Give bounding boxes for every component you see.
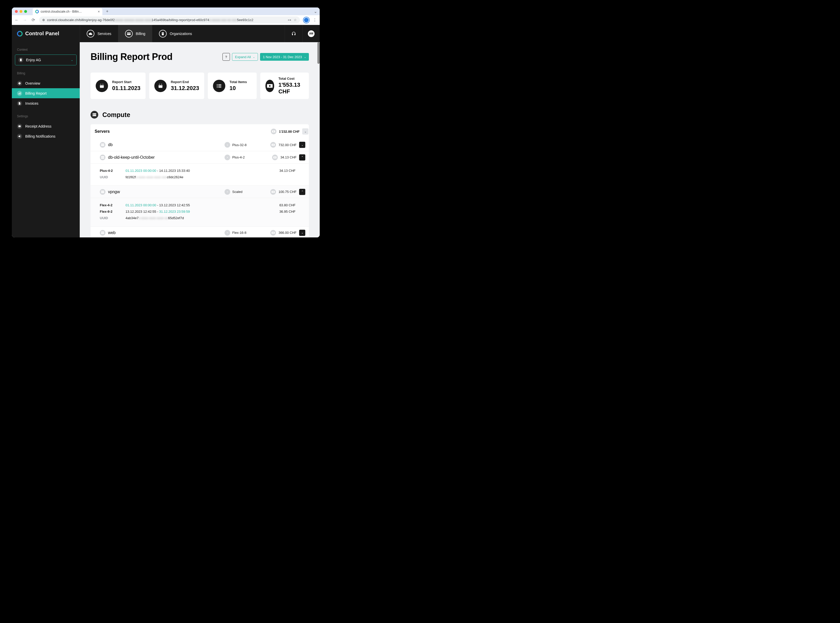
expand-toggle[interactable]: ⌄	[302, 128, 308, 135]
password-icon[interactable]: ⊶	[288, 18, 291, 22]
profile-avatar-icon[interactable]	[304, 17, 309, 23]
svg-rect-40	[101, 156, 104, 157]
browser-tab[interactable]: control.cloudscale.ch - Billin… ×	[33, 8, 103, 15]
browser-window: control.cloudscale.ch - Billin… × + ⌄ ← …	[12, 8, 320, 238]
close-window-icon[interactable]	[15, 10, 18, 13]
server-flavor: Flex-16-8	[232, 231, 247, 235]
card-report-end: Report End 31.12.2023	[149, 72, 204, 99]
expand-toggle[interactable]: ⌄	[299, 142, 305, 148]
card-label: Total Items	[230, 80, 247, 84]
svg-rect-7	[20, 59, 21, 61]
page-title: Billing Report Prod	[90, 51, 173, 62]
maximize-window-icon[interactable]	[24, 10, 27, 13]
uuid-label: UUID	[100, 215, 126, 221]
billing-section-label: Billing	[12, 72, 80, 75]
svg-point-49	[273, 191, 274, 192]
svg-rect-50	[101, 232, 104, 233]
svg-rect-24	[218, 85, 221, 86]
svg-rect-19	[159, 84, 160, 84]
traffic-lights	[15, 10, 27, 13]
new-tab-icon[interactable]: +	[106, 9, 108, 14]
flavor-icon	[225, 189, 230, 195]
expand-all-button[interactable]: Expand All ⌄	[232, 53, 258, 61]
bookmark-icon[interactable]: ☆	[294, 18, 297, 22]
nav-label: Services	[98, 32, 111, 36]
sidebar-item-label: Invoices	[25, 101, 38, 106]
svg-point-23	[217, 85, 218, 86]
minimize-window-icon[interactable]	[20, 10, 22, 13]
detail-cost: 63.80 CHF	[271, 202, 305, 209]
expand-toggle[interactable]: ⌄	[299, 230, 305, 236]
list-icon	[213, 80, 225, 92]
nav-organizations[interactable]: Organizations	[152, 25, 199, 42]
server-icon	[100, 189, 106, 195]
server-cost: 34.13 CHF	[281, 155, 297, 159]
svg-rect-5	[162, 33, 163, 34]
card-value: 01.11.2023	[112, 85, 140, 92]
reload-icon[interactable]: ⟳	[31, 17, 35, 22]
cloud-icon	[87, 30, 94, 38]
summary-cards: Report Start 01.11.2023 Report End 31.12…	[90, 72, 309, 99]
user-menu[interactable]: AM	[303, 25, 320, 42]
svg-rect-46	[101, 192, 104, 193]
support-button[interactable]	[285, 25, 303, 42]
url-field[interactable]: ⚙ control.cloudscale.ch/billing/enjoy-ag…	[39, 17, 300, 23]
svg-rect-35	[101, 144, 104, 144]
nav-services[interactable]: Services	[80, 25, 118, 42]
svg-rect-29	[93, 114, 96, 115]
svg-rect-10	[19, 93, 20, 94]
section-title: Compute	[103, 111, 130, 118]
sidebar-item-billing-report[interactable]: Billing Report	[12, 88, 80, 98]
context-select[interactable]: Enjoy AG ⌄	[15, 55, 77, 65]
address-icon	[17, 124, 22, 129]
svg-rect-6	[163, 33, 164, 34]
tab-overflow-icon[interactable]: ⌄	[314, 9, 317, 14]
help-button[interactable]: ?	[222, 53, 230, 61]
brand-title: Control Panel	[25, 31, 60, 37]
date-range-button[interactable]: 1 Nov 2023 - 31 Dec 2023 ⌄	[260, 53, 309, 61]
nav-label: Billing	[136, 32, 145, 36]
card-report-start: Report Start 01.11.2023	[90, 72, 146, 99]
svg-rect-16	[103, 84, 103, 84]
browser-menu-icon[interactable]: ⋮	[313, 17, 317, 22]
brand[interactable]: Control Panel	[12, 25, 80, 42]
table-row: db-old-keep-until-OctoberPlus-4-234.13 C…	[90, 151, 309, 163]
server-icon	[100, 230, 106, 236]
card-label: Report Start	[112, 80, 140, 84]
sidebar-item-invoices[interactable]: Invoices	[12, 98, 80, 108]
nav-billing[interactable]: Billing	[118, 25, 152, 42]
sidebar-item-overview[interactable]: Overview	[12, 78, 80, 88]
svg-point-39	[273, 144, 274, 145]
server-name: db	[108, 143, 113, 147]
sidebar-item-label: Receipt Address	[25, 124, 51, 128]
site-settings-icon[interactable]: ⚙	[42, 18, 45, 22]
close-tab-icon[interactable]: ×	[98, 9, 100, 14]
date-range-label: 1 Nov 2023 - 31 Dec 2023	[263, 55, 302, 59]
back-icon[interactable]: ←	[14, 18, 19, 22]
detail-cost: 36.95 CHF	[271, 209, 305, 215]
svg-rect-4	[163, 32, 164, 33]
flavor-icon	[225, 142, 230, 148]
sidebar-item-billing-notifications[interactable]: Billing Notifications	[12, 131, 80, 141]
detail-timespan: 01.11.2023 00:00:00 - 13.12.2023 12:42:5…	[126, 202, 271, 209]
uuid-value: 4ab34e7x-xxxx-xxxx-xxxx-xx65d52ef7d	[126, 215, 271, 221]
scrollbar[interactable]	[317, 42, 320, 64]
table-row: dbPlus-32-8732.00 CHF⌄	[90, 139, 309, 151]
svg-rect-3	[162, 32, 163, 33]
calendar-icon	[154, 80, 167, 92]
server-name: vpngw	[108, 190, 120, 194]
table-header-row: Servers 1'232.88 CHF ⌄	[90, 124, 309, 139]
sidebar-item-receipt-address[interactable]: Receipt Address	[12, 121, 80, 131]
svg-point-28	[269, 85, 271, 86]
money-icon	[271, 129, 276, 134]
user-avatar: AM	[308, 30, 314, 37]
browser-tabbar: control.cloudscale.ch - Billin… × + ⌄	[12, 8, 320, 15]
server-cost: 366.00 CHF	[279, 231, 297, 235]
expand-toggle[interactable]: ⌃	[299, 154, 305, 161]
server-flavor: Plus-32-8	[232, 143, 247, 147]
megaphone-icon	[17, 134, 22, 139]
uuid-value: fd1f82fx-xxxx-xxxx-xxxx-xxxc8dc2624e	[126, 174, 271, 181]
expand-toggle[interactable]: ⌃	[299, 189, 305, 195]
forward-icon: →	[23, 18, 27, 22]
server-icon	[90, 111, 98, 118]
